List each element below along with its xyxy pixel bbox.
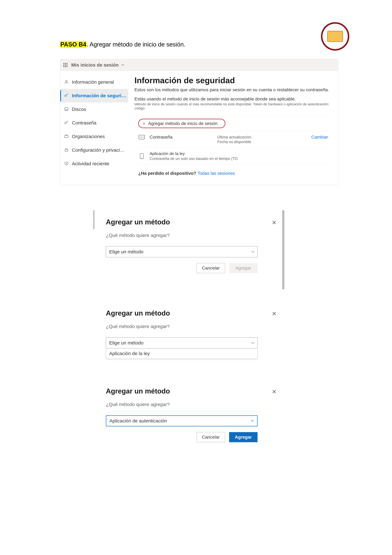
chevron-down-icon <box>251 419 254 423</box>
dialog-title: Agregar un método <box>106 309 257 317</box>
page-title: Información de seguridad <box>135 76 332 85</box>
highlight-ellipse: ＋ Agregar método de inicio de sesión <box>138 119 225 128</box>
combobox-option[interactable]: Aplicación de la ley <box>106 348 257 358</box>
scroll-hint-icon <box>93 210 94 229</box>
current-method-line2: Método de inicio de sesión cuando el más… <box>135 102 332 110</box>
svg-point-1 <box>65 80 67 82</box>
dialog-question: ¿Qué método quiere agregar? <box>106 233 257 238</box>
dialog-title: Agregar un método <box>106 387 257 395</box>
method-row-password: Contraseña Última actualización: Fecha n… <box>135 131 332 147</box>
main-content: Información de seguridad Estos son los m… <box>128 71 338 185</box>
sidebar-item-label: Discos <box>72 107 86 112</box>
lock-icon <box>64 147 69 153</box>
add-method-dialog-selected: Agregar un método ✕ ¿Qué método quiere a… <box>96 379 283 450</box>
cancel-button[interactable]: Cancelar <box>197 432 225 442</box>
svg-point-2 <box>65 95 66 97</box>
password-icon <box>138 135 145 139</box>
method-name: Contraseña <box>150 135 172 140</box>
method-combobox[interactable]: Aplicación de autenticación <box>106 415 257 426</box>
svg-rect-3 <box>65 108 68 110</box>
key-icon <box>64 93 69 98</box>
dialog-question: ¿Qué método quiere agregar? <box>106 402 257 407</box>
chevron-down-icon <box>121 63 124 66</box>
app-title-text: Mis inicios de sesión <box>71 62 119 67</box>
page-description: Estos son los métodos que utilizamos par… <box>135 87 332 92</box>
close-button[interactable]: ✕ <box>272 219 277 226</box>
add-method-dialog-default: Agregar un método ✕ ¿Qué método quiere a… <box>96 210 283 281</box>
step-text: . Agregar método de inicio de sesión. <box>86 41 185 48</box>
cancel-button[interactable]: Cancelar <box>197 263 225 273</box>
scroll-hint-icon <box>282 210 285 289</box>
method-name: Aplicación de la ley <box>150 151 238 156</box>
add-method-dialog-open: Agregar un método ✕ ¿Qué método quiere a… <box>96 301 283 359</box>
phone-icon <box>138 154 145 159</box>
current-method-line1: Estás usando el método de inicio de sesi… <box>135 96 332 102</box>
lost-device-row: ¿Ha perdido el dispositivo? Todas las se… <box>135 164 332 179</box>
sidebar-item-label: Información de seguri… <box>72 93 126 98</box>
change-link[interactable]: Cambiar <box>311 135 328 140</box>
sidebar-item-label: Información general <box>72 79 114 85</box>
method-row-authenticator: Aplicación de la ley Contraseña de un so… <box>135 147 332 164</box>
sidebar-item-overview[interactable]: Información general <box>60 75 128 89</box>
school-logo: C.R.A. TRES RÍOS DE VILLANU… RIZO <box>321 22 349 51</box>
laptop-icon <box>64 107 69 112</box>
sidebar-item-label: Actividad reciente <box>72 161 109 166</box>
close-button[interactable]: ✕ <box>272 388 277 395</box>
step-heading: PASO B4. Agregar método de inicio de ses… <box>60 41 338 48</box>
sidebar: Información general Información de segur… <box>60 71 128 185</box>
combobox-placeholder: Elige un método <box>109 340 143 346</box>
svg-text:C.R.A. TRES RÍOS DE VILLANU… R: C.R.A. TRES RÍOS DE VILLANU… RIZO <box>323 24 348 49</box>
app-header: Mis inicios de sesión <box>60 59 338 71</box>
lost-device-text: ¿Ha perdido el dispositivo? <box>138 171 198 176</box>
method-combobox[interactable]: Elige un método <box>106 246 257 257</box>
close-button[interactable]: ✕ <box>272 310 277 317</box>
briefcase-icon <box>64 134 69 139</box>
key-icon <box>64 120 69 126</box>
security-info-app: Mis inicios de sesión Información genera… <box>60 59 338 185</box>
add-method-row: ＋ Agregar método de inicio de sesión <box>135 116 332 131</box>
method-combobox[interactable]: Elige un método <box>106 337 257 348</box>
chevron-down-icon <box>251 341 255 345</box>
svg-rect-6 <box>65 150 68 151</box>
chevron-down-icon <box>251 250 255 254</box>
app-title[interactable]: Mis inicios de sesión <box>71 62 124 68</box>
add-button[interactable]: Agregar <box>229 432 257 442</box>
combobox-value: Aplicación de autenticación <box>109 418 167 424</box>
sidebar-item-label: Contraseña <box>72 120 96 126</box>
sidebar-item-settings-privacy[interactable]: Configuración y privaci… <box>60 143 128 157</box>
svg-point-10 <box>143 137 143 138</box>
person-icon <box>64 79 69 85</box>
plus-icon: ＋ <box>142 120 146 127</box>
logo-ring-text: C.R.A. TRES RÍOS DE VILLANU… RIZO <box>323 24 348 49</box>
all-sessions-link[interactable]: Todas las sesiones <box>198 171 235 176</box>
dialog-title: Agregar un método <box>106 218 257 226</box>
add-signin-method-button[interactable]: ＋ Agregar método de inicio de sesión <box>142 120 218 127</box>
dialog-question: ¿Qué método quiere agregar? <box>106 324 257 329</box>
method-updated-label: Última actualización: <box>217 135 311 139</box>
svg-point-12 <box>141 158 142 158</box>
step-label: PASO B4 <box>60 41 86 48</box>
history-icon <box>64 161 69 166</box>
waffle-icon[interactable] <box>63 63 68 67</box>
svg-point-9 <box>141 137 142 138</box>
combobox-placeholder: Elige un método <box>109 249 143 255</box>
sidebar-item-recent-activity[interactable]: Actividad reciente <box>60 157 128 170</box>
svg-point-8 <box>140 137 141 138</box>
sidebar-item-label: Organizaciones <box>72 134 105 139</box>
sidebar-item-password[interactable]: Contraseña <box>60 116 128 130</box>
sidebar-item-devices[interactable]: Discos <box>60 102 128 116</box>
sidebar-item-organizations[interactable]: Organizaciones <box>60 130 128 143</box>
sidebar-item-label: Configuración y privaci… <box>72 147 124 153</box>
svg-rect-5 <box>65 135 68 138</box>
add-button[interactable]: Agregar <box>229 263 257 273</box>
sidebar-item-security-info[interactable]: Información de seguri… <box>60 89 128 102</box>
method-sub: Contraseña de un solo uso basado en el t… <box>150 156 238 161</box>
add-method-label: Agregar método de inicio de sesión <box>148 121 218 126</box>
method-updated-value: Fecha no disponible <box>217 140 311 144</box>
combobox-dropdown: Aplicación de la ley <box>106 348 257 359</box>
